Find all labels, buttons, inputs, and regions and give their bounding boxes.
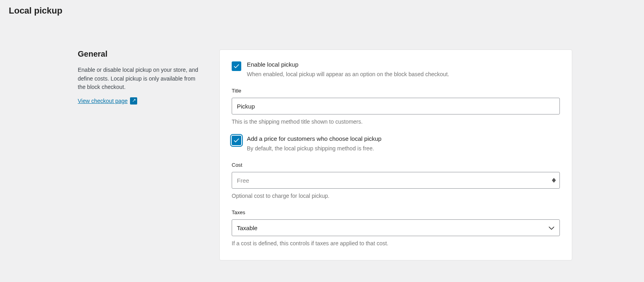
enable-checkbox-label: Enable local pickup: [247, 61, 560, 68]
cost-label: Cost: [232, 162, 560, 168]
add-price-label: Add a price for customers who choose loc…: [247, 135, 560, 142]
section-heading: General: [78, 49, 201, 59]
add-price-content: Add a price for customers who choose loc…: [247, 135, 560, 152]
sidebar-section: General Enable or disable local pickup o…: [78, 49, 201, 260]
taxes-select[interactable]: Taxable: [232, 219, 560, 236]
enable-local-pickup-checkbox[interactable]: [232, 61, 241, 71]
add-price-row: Add a price for customers who choose loc…: [232, 135, 560, 152]
cost-input-wrapper: [232, 172, 560, 189]
taxes-label: Taxes: [232, 209, 560, 215]
page-title: Local pickup: [9, 6, 635, 16]
enable-local-pickup-row: Enable local pickup When enabled, local …: [232, 61, 560, 77]
view-checkout-link-label: View checkout page: [78, 98, 128, 104]
content-wrapper: General Enable or disable local pickup o…: [0, 22, 644, 276]
section-description: Enable or disable local pickup on your s…: [78, 66, 201, 92]
cost-input[interactable]: [232, 172, 560, 189]
view-checkout-link[interactable]: View checkout page: [78, 97, 137, 105]
external-link-icon: [130, 97, 137, 105]
page-header: Local pickup: [0, 0, 644, 22]
taxes-field-group: Taxes Taxable If a cost is defined, this…: [232, 209, 560, 247]
title-input[interactable]: [232, 98, 560, 114]
title-help: This is the shipping method title shown …: [232, 118, 560, 125]
title-label: Title: [232, 88, 560, 94]
enable-checkbox-help: When enabled, local pickup will appear a…: [247, 71, 449, 77]
cost-field-group: Cost Optional cost to charge for local p…: [232, 162, 560, 199]
cost-help: Optional cost to charge for local pickup…: [232, 193, 560, 199]
title-field-group: Title This is the shipping method title …: [232, 88, 560, 125]
add-price-help: By default, the local pickup shipping me…: [247, 145, 374, 152]
settings-panel: Enable local pickup When enabled, local …: [219, 49, 572, 260]
taxes-select-wrapper: Taxable: [232, 219, 560, 236]
enable-checkbox-content: Enable local pickup When enabled, local …: [247, 61, 560, 77]
add-price-checkbox[interactable]: [232, 136, 241, 145]
taxes-help: If a cost is defined, this controls if t…: [232, 240, 560, 247]
